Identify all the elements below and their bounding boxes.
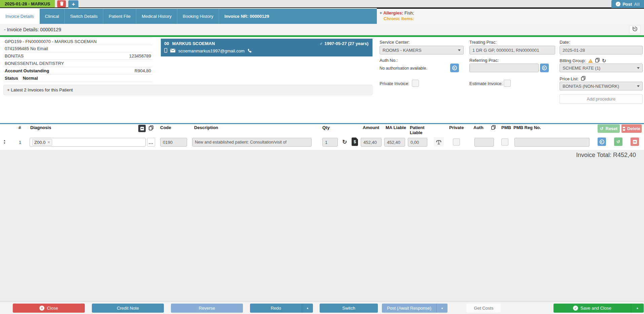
qty-field[interactable]: 1 (322, 138, 338, 147)
check-circle-icon: ✓ (616, 2, 620, 6)
diagnosis-lookup-button[interactable]: ... (147, 138, 155, 147)
history-button[interactable] (629, 25, 641, 34)
patient-name: MARKUS SCOEMAN (172, 41, 215, 46)
referring-prac-field[interactable] (469, 64, 539, 72)
save-and-close-button[interactable]: ✓ Save and Close (553, 304, 631, 313)
collapse-diagnosis-button[interactable] (138, 125, 146, 132)
redo-dropdown-toggle[interactable]: ▲ (302, 304, 313, 313)
date-field[interactable]: 2025-01-28 (560, 46, 643, 54)
add-procedure-button[interactable]: Add procedure (560, 94, 643, 104)
save-dropdown-toggle[interactable]: ▲ (631, 304, 644, 313)
patient-card-header: 00 MARKUS SCOEMAN ♂ 1997-05-27 (27 years… (164, 41, 368, 46)
estimate-invoice-checkbox[interactable] (504, 80, 511, 87)
patient-email[interactable]: scoemanmarkus1997@gmail.com (178, 48, 245, 53)
drag-handle[interactable]: ▲▼ (3, 139, 6, 144)
tab-medical-history[interactable]: Medical History (136, 9, 177, 24)
redo-button[interactable]: Redo (250, 304, 302, 313)
latest-invoices-expander[interactable]: + Latest 2 Invoices for this Patient (3, 85, 372, 95)
price-list-label: Price List: (560, 76, 579, 81)
copy-diagnosis-button[interactable] (147, 125, 155, 132)
copy-icon (149, 125, 153, 131)
copy-icon[interactable] (581, 76, 585, 82)
ma-liable-field[interactable]: 452,40 (384, 138, 405, 147)
scheme-row: BONESSENTIAL DENTISTRY (3, 60, 152, 67)
chevron-down-icon (458, 49, 461, 51)
estimate-invoice-label: Estimate Invoice: (469, 81, 503, 86)
check-circle-icon: ✓ (573, 306, 578, 311)
undo-icon: ↺ (616, 139, 620, 144)
add-auth-button[interactable]: ▶ (450, 64, 459, 72)
col-qty-header: Qty (322, 125, 330, 130)
section-header: - Invoice Details: 00000129 (0, 24, 644, 35)
allergies-label: Allergies: (383, 10, 403, 15)
ellipsis-label: ... (149, 140, 153, 145)
copy-icon[interactable] (595, 58, 600, 64)
diagnosis-tag: Z00.0 ✕ (32, 139, 52, 146)
tab-clinical[interactable]: Clinical (40, 9, 65, 24)
pmb-reg-field[interactable] (514, 138, 589, 147)
tab-booking-history[interactable]: Booking History (177, 9, 219, 24)
post-all-button[interactable]: ✓ Post All (611, 0, 644, 8)
amount-field[interactable]: 452,40 (361, 138, 382, 147)
invoice-screen: 2025-01-28 - MARKUS + ✓ Post All Invoice… (0, 0, 644, 314)
patient-liable-field[interactable]: 0,00 (408, 138, 427, 147)
mobile-icon[interactable] (164, 48, 167, 54)
auth-row-field[interactable] (474, 138, 494, 147)
description-field[interactable]: New and established patient: Consultatio… (192, 138, 312, 147)
session-tab[interactable]: 2025-01-28 - MARKUS (0, 0, 55, 7)
session-tab-label: 2025-01-28 - MARKUS (5, 1, 50, 6)
reverse-label: Reverse (199, 306, 215, 311)
balance-scale-icon[interactable] (434, 137, 444, 147)
delete-button[interactable]: Delete (621, 124, 642, 133)
col-auth-header: Auth (473, 125, 484, 130)
remove-line-button[interactable] (631, 138, 639, 146)
tab-switch-details[interactable]: Switch Details (65, 9, 103, 24)
undo-line-button[interactable]: ↺ (614, 138, 622, 146)
col-patient-liable-header: Patient Liable (410, 125, 429, 135)
refresh-price-icon[interactable]: ↻ (342, 139, 347, 146)
patient-id-text: GPD159 - FN00000070 - MARKUS SCOEMAN (5, 39, 97, 44)
delete-session-button[interactable] (57, 0, 66, 7)
reverse-button[interactable]: Reverse (171, 304, 243, 313)
referring-prac-lookup-button[interactable]: ▶ (540, 64, 549, 72)
remove-tag-icon[interactable]: ✕ (47, 140, 50, 145)
close-button[interactable]: ✕ Close (13, 304, 85, 313)
diagnosis-input[interactable]: Z00.0 ✕ (30, 138, 146, 147)
price-list-select[interactable]: BONITAS (NON-NETWORK) (560, 82, 643, 90)
invoice-dollar-icon[interactable]: $ (352, 138, 358, 146)
switch-button[interactable]: Switch (320, 304, 378, 313)
service-center-select[interactable]: ROOMS - KAMERS (380, 46, 464, 54)
reset-button[interactable]: ↺Reset (598, 124, 620, 133)
treating-prac-field[interactable]: 1 DR G GP, 0000001, RN0000001 (469, 46, 555, 54)
post-line-button[interactable]: ▶ (598, 138, 606, 146)
envelope-icon[interactable] (170, 48, 175, 53)
patient-card: 00 MARKUS SCOEMAN ♂ 1997-05-27 (27 years… (161, 39, 372, 56)
tab-invoice-details[interactable]: Invoice Details (0, 9, 40, 24)
private-invoice-checkbox[interactable] (412, 80, 419, 87)
post-await-button[interactable]: Post (Await Response) (382, 304, 436, 313)
phone-icon[interactable] (248, 48, 252, 54)
get-costs-button[interactable]: Get Costs (467, 304, 501, 313)
minus-square-icon (633, 140, 637, 144)
credit-note-button[interactable]: Credit Note (92, 304, 164, 313)
price-list-labelrow: Price List: (560, 76, 585, 82)
amount-value: 452,40 (363, 140, 377, 145)
tab-bar: Invoice Details Clinical Switch Details … (0, 9, 377, 24)
patient-dob-group: ♂ 1997-05-27 (27 years) (319, 41, 368, 46)
latest-invoices-label: + Latest 2 Invoices for this Patient (7, 87, 73, 92)
post-dropdown-toggle[interactable]: ▲ (436, 304, 448, 313)
reset-label: Reset (606, 126, 617, 131)
pmb-checkbox[interactable] (501, 139, 508, 146)
copy-auth-button[interactable] (490, 124, 497, 131)
service-center-label: Service Center: (380, 40, 410, 45)
patient-card-contacts: scoemanmarkus1997@gmail.com (164, 48, 368, 54)
code-field[interactable]: 0190 (160, 138, 187, 147)
tab-patient-file[interactable]: Patient File (103, 9, 136, 24)
new-session-button[interactable]: + (68, 0, 78, 8)
expand-alerts-toggle[interactable]: + (380, 10, 382, 15)
patient-contact-text: 0741596485 No Email (5, 46, 48, 51)
refresh-icon[interactable]: ↻ (602, 59, 606, 63)
billing-group-select[interactable]: SCHEME RATE (1) (560, 64, 643, 72)
private-row-checkbox[interactable] (453, 139, 460, 146)
price-list-value: BONITAS (NON-NETWORK) (563, 84, 619, 89)
